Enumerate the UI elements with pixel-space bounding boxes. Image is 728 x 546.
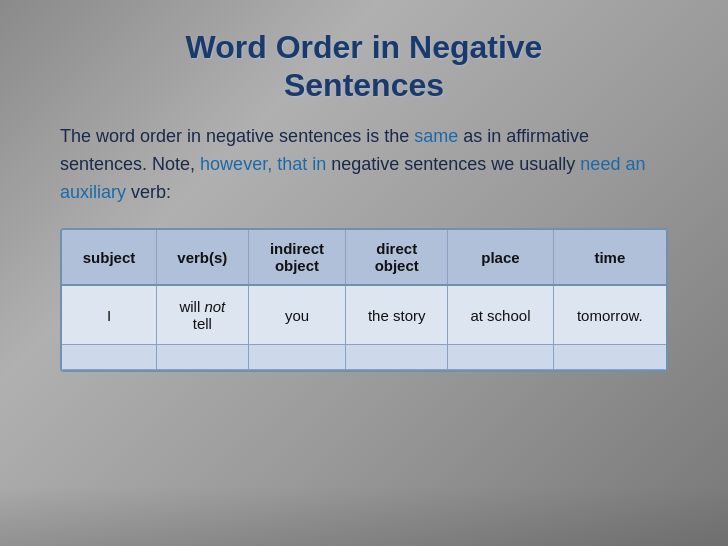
cell-empty-indirect bbox=[248, 345, 345, 370]
body-text-highlight1: same bbox=[414, 126, 458, 146]
cell-empty-subject bbox=[62, 345, 156, 370]
cell-empty-place bbox=[448, 345, 553, 370]
cell-subject: I bbox=[62, 285, 156, 345]
body-text-part4: verb: bbox=[131, 182, 171, 202]
cell-indirect-object: you bbox=[248, 285, 345, 345]
col-verb: verb(s) bbox=[156, 230, 248, 285]
word-order-table: subject verb(s) indirectobject directobj… bbox=[62, 230, 666, 370]
cell-direct-object: the story bbox=[346, 285, 448, 345]
col-subject: subject bbox=[62, 230, 156, 285]
body-paragraph: The word order in negative sentences is … bbox=[60, 123, 668, 207]
cell-time: tomorrow. bbox=[553, 285, 666, 345]
body-text-part1: The word order in negative sentences is … bbox=[60, 126, 414, 146]
cell-empty-verb bbox=[156, 345, 248, 370]
body-text-highlight2: however, that in bbox=[200, 154, 326, 174]
cell-verb: will nottell bbox=[156, 285, 248, 345]
slide-title: Word Order in Negative Sentences bbox=[60, 28, 668, 105]
table-header-row: subject verb(s) indirectobject directobj… bbox=[62, 230, 666, 285]
table-row: I will nottell you the story at school t… bbox=[62, 285, 666, 345]
table-row-empty bbox=[62, 345, 666, 370]
col-place: place bbox=[448, 230, 553, 285]
cell-empty-direct bbox=[346, 345, 448, 370]
body-text-part3: negative sentences we usually bbox=[331, 154, 580, 174]
slide: Word Order in Negative Sentences The wor… bbox=[0, 0, 728, 546]
col-direct-object: directobject bbox=[346, 230, 448, 285]
word-order-table-wrapper: subject verb(s) indirectobject directobj… bbox=[60, 228, 668, 372]
cell-place: at school bbox=[448, 285, 553, 345]
title-line2: Sentences bbox=[284, 67, 444, 103]
cell-empty-time bbox=[553, 345, 666, 370]
col-indirect-object: indirectobject bbox=[248, 230, 345, 285]
col-time: time bbox=[553, 230, 666, 285]
title-line1: Word Order in Negative bbox=[186, 29, 543, 65]
